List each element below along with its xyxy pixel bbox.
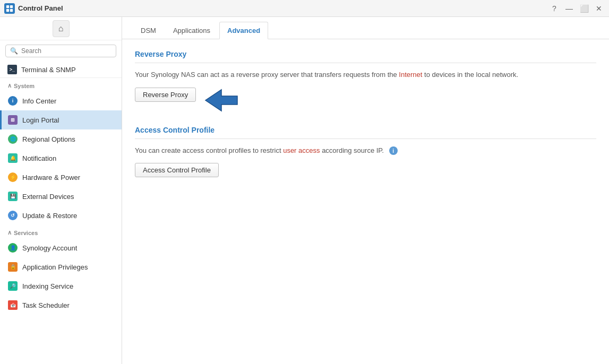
sidebar-item-external-devices[interactable]: 💾 External Devices <box>0 187 122 206</box>
services-section-header: ∧ Services <box>0 225 122 238</box>
titlebar-left: Control Panel <box>4 3 63 14</box>
reverse-proxy-btn-wrapper: Reverse Proxy <box>135 88 243 113</box>
application-privileges-icon: 🔒 <box>7 262 18 272</box>
sidebar-item-task-scheduler[interactable]: 📅 Task Scheduler <box>0 296 122 315</box>
sidebar: ⌂ 🔍 >_ Terminal & SNMP ∧ System i Info C… <box>0 17 122 364</box>
content-body: Reverse Proxy Your Synology NAS can act … <box>122 39 609 364</box>
tab-applications[interactable]: Applications <box>165 22 218 39</box>
info-center-icon: i <box>7 96 18 106</box>
titlebar: Control Panel ? — ⬜ ✕ <box>0 0 609 17</box>
system-section-header: ∧ System <box>0 78 122 91</box>
search-box[interactable]: 🔍 <box>5 45 116 57</box>
minimize-button[interactable]: — <box>563 3 575 14</box>
sidebar-item-notification[interactable]: 🔔 Notification <box>0 149 122 168</box>
sidebar-item-synology-account[interactable]: 👤 Synology Account <box>0 238 122 257</box>
sidebar-item-application-privileges[interactable]: 🔒 Application Privileges <box>0 257 122 276</box>
internet-highlight: Internet <box>399 71 422 79</box>
arrow-annotation <box>200 88 243 113</box>
external-devices-label: External Devices <box>22 193 74 201</box>
svg-rect-2 <box>6 8 9 11</box>
access-control-description: You can create access control profiles t… <box>135 145 596 156</box>
reverse-proxy-description: Your Synology NAS can act as a reverse p… <box>135 70 596 80</box>
synology-account-icon: 👤 <box>7 242 18 253</box>
sidebar-item-indexing-service[interactable]: 🔎 Indexing Service <box>0 276 122 296</box>
sidebar-item-info-center[interactable]: i Info Center <box>0 91 122 110</box>
user-access-highlight: user access <box>283 146 320 154</box>
app-icon <box>4 3 15 14</box>
system-section-label: System <box>14 83 35 89</box>
info-center-label: Info Center <box>22 97 56 105</box>
reverse-proxy-title: Reverse Proxy <box>135 50 596 58</box>
tab-dsm-label: DSM <box>141 27 156 34</box>
notification-label: Notification <box>22 154 56 162</box>
external-devices-icon: 💾 <box>7 191 18 202</box>
sidebar-item-regional-options[interactable]: 🌐 Regional Options <box>0 129 122 149</box>
sidebar-item-hardware-power[interactable]: ⚡ Hardware & Power <box>0 168 122 187</box>
reverse-proxy-button[interactable]: Reverse Proxy <box>135 88 196 102</box>
info-icon[interactable]: i <box>389 146 398 155</box>
maximize-button[interactable]: ⬜ <box>578 3 590 14</box>
sidebar-home: ⌂ <box>0 17 122 40</box>
access-control-divider <box>135 138 596 139</box>
sidebar-item-terminal[interactable]: >_ Terminal & SNMP <box>0 62 122 78</box>
reverse-proxy-section: Reverse Proxy Your Synology NAS can act … <box>135 50 596 113</box>
task-scheduler-label: Task Scheduler <box>22 301 70 309</box>
svg-marker-4 <box>205 90 237 111</box>
search-icon: 🔍 <box>10 47 18 55</box>
main-container: ⌂ 🔍 >_ Terminal & SNMP ∧ System i Info C… <box>0 17 609 364</box>
terminal-icon: >_ <box>7 65 17 74</box>
indexing-service-label: Indexing Service <box>22 282 73 290</box>
access-control-button[interactable]: Access Control Profile <box>135 163 219 177</box>
content-area: DSM Applications Advanced Reverse Proxy … <box>122 17 609 364</box>
titlebar-controls: ? — ⬜ ✕ <box>548 3 605 14</box>
tab-bar: DSM Applications Advanced <box>122 17 609 39</box>
login-portal-label: Login Portal <box>22 116 59 124</box>
tab-advanced[interactable]: Advanced <box>219 22 268 39</box>
application-privileges-label: Application Privileges <box>22 263 88 271</box>
sidebar-item-login-portal[interactable]: ⊞ Login Portal <box>0 110 122 129</box>
login-portal-icon: ⊞ <box>7 115 18 125</box>
reverse-proxy-divider <box>135 63 596 63</box>
hardware-power-label: Hardware & Power <box>22 174 80 181</box>
notification-icon: 🔔 <box>7 153 18 163</box>
update-restore-label: Update & Restore <box>22 212 77 220</box>
home-button[interactable]: ⌂ <box>53 20 70 37</box>
tab-dsm[interactable]: DSM <box>133 22 164 39</box>
collapse-icon: ∧ <box>7 82 12 89</box>
hardware-power-icon: ⚡ <box>7 172 18 183</box>
terminal-label: Terminal & SNMP <box>21 66 76 74</box>
close-button[interactable]: ✕ <box>593 3 605 14</box>
svg-rect-1 <box>10 5 13 7</box>
sidebar-item-update-restore[interactable]: ↺ Update & Restore <box>0 206 122 225</box>
services-section-label: Services <box>14 230 38 236</box>
app-title: Control Panel <box>18 4 63 12</box>
svg-rect-3 <box>10 8 13 11</box>
task-scheduler-icon: 📅 <box>7 300 18 310</box>
access-control-section: Access Control Profile You can create ac… <box>135 126 596 188</box>
search-input[interactable] <box>21 47 111 55</box>
access-control-title: Access Control Profile <box>135 126 596 134</box>
tab-advanced-label: Advanced <box>227 27 260 34</box>
regional-options-icon: 🌐 <box>7 134 18 144</box>
services-collapse-icon: ∧ <box>7 229 12 236</box>
tab-applications-label: Applications <box>173 27 210 34</box>
indexing-service-icon: 🔎 <box>7 281 18 291</box>
help-button[interactable]: ? <box>548 3 560 14</box>
update-restore-icon: ↺ <box>7 210 18 221</box>
synology-account-label: Synology Account <box>22 244 77 252</box>
svg-rect-0 <box>6 5 9 7</box>
regional-options-label: Regional Options <box>22 135 75 143</box>
